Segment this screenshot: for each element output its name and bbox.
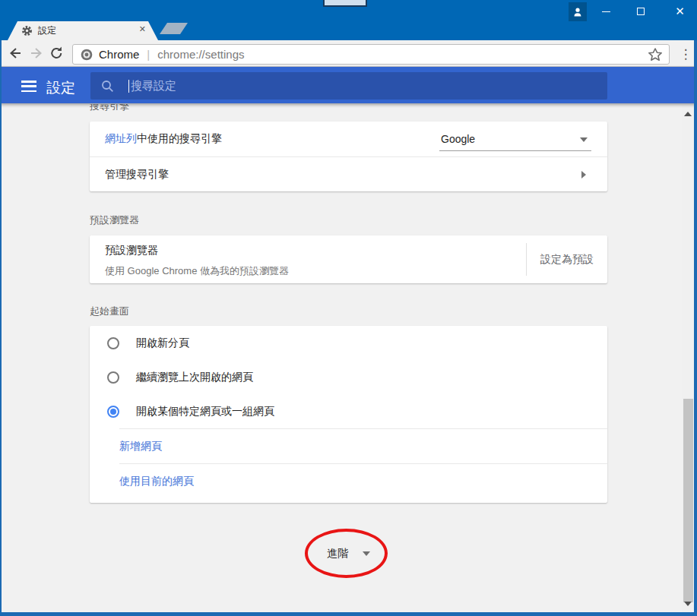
- maximize-button[interactable]: [623, 0, 657, 23]
- browser-menu-button[interactable]: ⋮: [677, 44, 694, 65]
- text-cursor: [128, 80, 129, 93]
- site-label: Chrome: [99, 48, 139, 61]
- vertical-scrollbar[interactable]: [682, 105, 694, 612]
- chevron-down-icon: [580, 137, 588, 142]
- chevron-right-icon: [581, 171, 586, 178]
- scroll-down-arrow[interactable]: [684, 602, 692, 606]
- search-icon: [101, 80, 114, 93]
- section-heading-startup: 起始畫面: [90, 305, 129, 318]
- bookmark-star-icon[interactable]: [648, 47, 663, 62]
- back-button[interactable]: [7, 46, 24, 61]
- section-heading-default-browser: 預設瀏覽器: [90, 213, 139, 227]
- radio-row-continue[interactable]: 繼續瀏覽上次開啟的網頁: [90, 360, 607, 394]
- tab-close-icon[interactable]: ✕: [139, 24, 146, 34]
- radio-label: 開啟新分頁: [136, 336, 189, 350]
- use-current-pages-label: 使用目前的網頁: [119, 475, 194, 488]
- radio-unselected-icon[interactable]: [107, 371, 119, 384]
- reload-button[interactable]: [49, 46, 65, 61]
- manage-search-engines-label: 管理搜尋引擎: [105, 168, 169, 182]
- profile-button[interactable]: [569, 2, 587, 21]
- search-engine-dropdown[interactable]: Google: [439, 128, 591, 151]
- settings-title: 設定: [46, 78, 75, 98]
- forward-button[interactable]: [28, 46, 45, 61]
- radio-row-specific-pages[interactable]: 開啟某個特定網頁或一組網頁: [90, 394, 607, 428]
- minimize-button[interactable]: [589, 0, 623, 23]
- scrollbar-thumb[interactable]: [683, 399, 693, 602]
- chrome-page-icon: [81, 49, 93, 61]
- hamburger-menu-icon[interactable]: [21, 81, 36, 92]
- address-bar-link[interactable]: 網址列: [105, 132, 137, 144]
- gear-icon: [21, 25, 33, 36]
- tab-settings[interactable]: 設定 ✕: [8, 21, 158, 40]
- window-close-button[interactable]: ✕: [663, 0, 697, 23]
- tab-title: 設定: [38, 24, 56, 37]
- section-heading-search-engine: 搜尋引擎: [90, 104, 257, 112]
- window-border: [694, 40, 697, 616]
- address-bar[interactable]: Chrome | chrome://settings: [72, 44, 670, 65]
- engine-row-label: 中使用的搜尋引擎: [137, 132, 222, 144]
- radio-row-new-tab[interactable]: 開啟新分頁: [90, 326, 607, 360]
- browser-window: ✕ 設定 ✕ Chrome | chrome://settings: [0, 0, 697, 616]
- card-search-engine: 網址列中使用的搜尋引擎 Google 管理搜尋引擎: [90, 122, 607, 191]
- person-icon: [572, 7, 583, 17]
- radio-selected-icon[interactable]: [107, 406, 119, 418]
- background-window-fragment: [323, 0, 367, 7]
- window-border: [0, 612, 697, 616]
- url-text: chrome://settings: [157, 48, 244, 61]
- search-placeholder: 搜尋設定: [131, 79, 176, 93]
- card-startup: 開啟新分頁 繼續瀏覽上次開啟的網頁 開啟某個特定網頁或一組網頁 新增網頁 使用目…: [90, 326, 607, 503]
- radio-label: 繼續瀏覽上次開啟的網頁: [136, 371, 253, 384]
- window-border: [0, 40, 2, 616]
- minimize-icon: [602, 11, 610, 12]
- url-separator: |: [147, 48, 150, 61]
- card-default-browser: 預設瀏覽器 使用 Google Chrome 做為我的預設瀏覽器 設定為預設: [90, 235, 607, 283]
- settings-search-input[interactable]: 搜尋設定: [90, 72, 607, 100]
- maximize-icon: [637, 8, 645, 15]
- add-new-page-label: 新增網頁: [119, 440, 162, 453]
- window-close-icon: ✕: [675, 5, 685, 18]
- radio-unselected-icon[interactable]: [107, 337, 119, 349]
- row-manage-search-engines[interactable]: 管理搜尋引擎: [90, 157, 607, 191]
- search-engine-value: Google: [441, 133, 475, 145]
- scroll-up-arrow[interactable]: [684, 112, 692, 116]
- set-as-default-button[interactable]: 設定為預設: [527, 235, 607, 283]
- row-default-search-engine: 網址列中使用的搜尋引擎 Google: [90, 122, 607, 156]
- radio-label: 開啟某個特定網頁或一組網頁: [136, 405, 274, 419]
- add-new-page-link[interactable]: 新增網頁: [90, 429, 607, 463]
- use-current-pages-link[interactable]: 使用目前的網頁: [90, 464, 607, 498]
- annotation-red-circle: [305, 529, 388, 578]
